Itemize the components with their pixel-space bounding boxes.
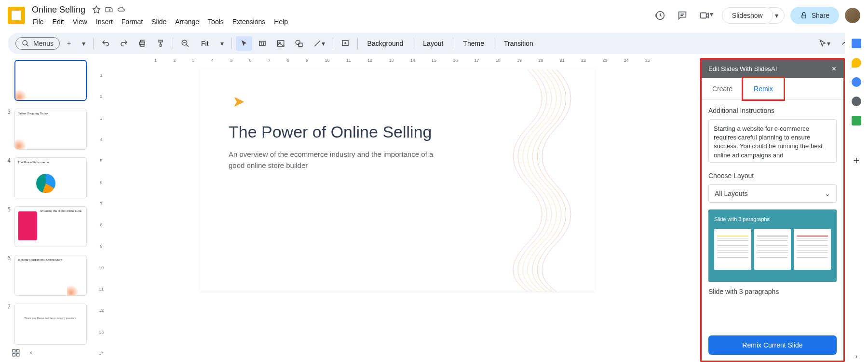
menu-bar: File Edit View Insert Format Slide Arran…	[29, 16, 652, 28]
menu-file[interactable]: File	[29, 16, 48, 28]
move-icon[interactable]	[105, 5, 113, 14]
tab-remix[interactable]: Remix	[742, 77, 785, 101]
history-icon[interactable]	[652, 7, 668, 24]
thumbnail-slide-5[interactable]: Choosing the Right Online Store Builder	[14, 206, 87, 247]
new-slide-button[interactable]: ＋	[62, 36, 76, 51]
svg-rect-2	[802, 15, 806, 18]
prev-icon[interactable]: ‹	[28, 347, 34, 359]
separator	[413, 38, 413, 49]
close-icon[interactable]: ✕	[831, 65, 837, 72]
image-tool[interactable]	[272, 36, 289, 51]
menu-view[interactable]: View	[69, 16, 91, 28]
menu-format[interactable]: Format	[118, 16, 147, 28]
slide-subheading[interactable]: An overview of the ecommerce industry an…	[229, 149, 446, 171]
print-button[interactable]	[134, 36, 150, 51]
pointer-icon[interactable]: ▾	[814, 36, 834, 51]
slides-logo[interactable]	[8, 7, 25, 24]
star-icon[interactable]	[92, 5, 101, 14]
svg-rect-16	[13, 354, 15, 356]
thumbnail-slide-3[interactable]: Online Shopping Today	[14, 109, 87, 150]
svg-rect-14	[13, 349, 15, 352]
redo-button[interactable]	[116, 36, 132, 51]
menu-tools[interactable]: Tools	[204, 16, 228, 28]
textbox-tool[interactable]	[254, 36, 271, 51]
svg-rect-12	[298, 43, 302, 47]
calendar-icon[interactable]	[852, 39, 861, 48]
document-title[interactable]: Online Selling	[29, 4, 88, 16]
svg-rect-17	[17, 354, 19, 356]
thumbnail-slide-7[interactable]: Thank you. Please feel free to ask any q…	[14, 304, 87, 345]
theme-button[interactable]: Theme	[457, 37, 490, 50]
chevron-down-icon: ⌄	[825, 190, 830, 197]
slide-number: 5	[4, 206, 11, 213]
paint-format-button[interactable]	[152, 36, 169, 51]
slide-number: 6	[4, 255, 11, 262]
meet-icon[interactable]: ▾	[696, 7, 716, 24]
layout-select[interactable]: All Layouts ⌄	[708, 184, 837, 203]
instructions-label: Additional Instructions	[708, 107, 837, 114]
lock-icon	[800, 12, 808, 19]
zoom-caret[interactable]: ▾	[217, 37, 228, 50]
zoom-value[interactable]: Fit	[195, 37, 215, 50]
remix-button[interactable]: Remix Current Slide	[708, 335, 837, 355]
maps-icon[interactable]	[852, 116, 861, 125]
layout-button[interactable]: Layout	[417, 37, 449, 50]
layout-label: Choose Layout	[708, 172, 837, 180]
slide-number: 4	[4, 157, 11, 164]
comments-icon[interactable]	[674, 7, 691, 24]
user-avatar[interactable]	[845, 8, 860, 23]
slidesai-panel: Edit Slides With SlidesAI ✕ Create Remix…	[700, 58, 845, 362]
toolbar: Menus ＋ ▾ Fit ▾ ▾ Background Layout Them…	[8, 33, 860, 54]
transition-button[interactable]: Transition	[498, 37, 539, 50]
filmstrip: 3 Online Shopping Today 4 The Rise of Ec…	[0, 56, 96, 362]
tab-create[interactable]: Create	[702, 78, 743, 99]
svg-rect-5	[140, 40, 144, 42]
share-label: Share	[812, 12, 829, 19]
slide-heading[interactable]: The Power of Online Selling	[229, 123, 566, 141]
thumbnail-slide-4[interactable]: The Rise of Ecommerce	[14, 157, 87, 198]
slideshow-button[interactable]: Slideshow	[722, 7, 773, 24]
menu-insert[interactable]: Insert	[92, 16, 117, 28]
search-label: Menus	[33, 40, 54, 47]
contacts-icon[interactable]	[852, 97, 861, 106]
menu-extensions[interactable]: Extensions	[229, 16, 269, 28]
shape-tool[interactable]	[291, 36, 307, 51]
menu-help[interactable]: Help	[270, 16, 292, 28]
menu-edit[interactable]: Edit	[49, 16, 68, 28]
undo-button[interactable]	[97, 36, 114, 51]
line-tool[interactable]: ▾	[309, 36, 329, 51]
cloud-icon[interactable]	[117, 5, 126, 14]
slide-canvas[interactable]: The Power of Online Selling An overview …	[200, 70, 595, 292]
layout-value: All Layouts	[715, 190, 747, 197]
separator	[93, 38, 94, 49]
zoom-button[interactable]	[177, 36, 193, 51]
hide-rail-icon[interactable]: ›	[852, 352, 861, 362]
menu-slide[interactable]: Slide	[148, 16, 170, 28]
thumbnail-slide-6[interactable]: Building a Successful Online Store	[14, 255, 87, 296]
select-tool[interactable]	[236, 36, 252, 51]
slideshow-caret[interactable]: ▾	[769, 7, 785, 24]
title-area: Online Selling File Edit View Insert For…	[29, 4, 652, 28]
separator	[453, 38, 453, 49]
bottom-bar: ‹	[10, 347, 34, 359]
share-button[interactable]: Share	[790, 7, 839, 24]
separator	[494, 38, 494, 49]
layout-preview[interactable]: Slide with 3 paragraphs	[708, 209, 837, 282]
add-icon[interactable]: +	[852, 154, 861, 164]
menu-arrange[interactable]: Arrange	[171, 16, 203, 28]
preview-title: Slide with 3 paragraphs	[714, 216, 831, 222]
slideshow-label: Slideshow	[732, 12, 763, 19]
tasks-icon[interactable]	[852, 77, 861, 87]
keep-icon[interactable]	[852, 58, 861, 68]
thumbnail-slide-2[interactable]	[14, 60, 87, 101]
background-button[interactable]: Background	[362, 37, 409, 50]
toolbar-search[interactable]: Menus	[15, 37, 60, 50]
new-slide-caret[interactable]: ▾	[78, 37, 89, 50]
instructions-input[interactable]	[708, 119, 837, 163]
ruler-vertical: 1234567891011121314	[96, 65, 106, 362]
separator	[357, 38, 358, 49]
svg-rect-15	[17, 349, 19, 352]
grid-view-icon[interactable]	[10, 347, 22, 359]
comment-add-button[interactable]	[337, 36, 353, 51]
svg-rect-8	[259, 42, 265, 46]
